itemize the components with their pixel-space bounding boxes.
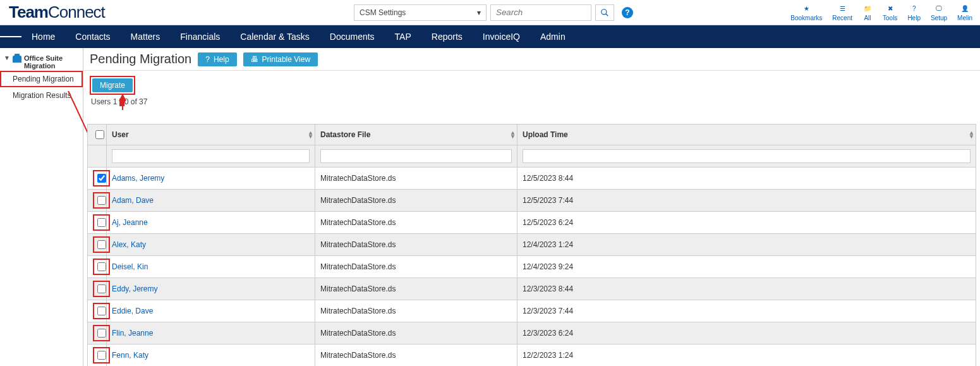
help-label: Help (907, 15, 921, 21)
row-checkbox[interactable] (97, 284, 106, 293)
page-header: Pending Migration ? Help 🖶 Printable Vie… (83, 48, 980, 71)
user-link[interactable]: Eddie, Dave (112, 307, 153, 315)
col-file-header[interactable]: Datastore File ▴▾ (315, 125, 517, 145)
col-time-label: Upload Time (523, 130, 568, 139)
nav-admin[interactable]: Admin (530, 25, 576, 48)
col-user-header[interactable]: User ▴▾ (107, 125, 315, 145)
nav-documents[interactable]: Documents (320, 25, 385, 48)
row-time-cell: 12/4/2023 9:24 (517, 256, 976, 278)
sidebar-item-migration-results[interactable]: Migration Results (0, 87, 83, 104)
nav-matters[interactable]: Matters (121, 25, 171, 48)
row-checkbox[interactable] (97, 307, 106, 315)
bookmarks-label: Bookmarks (790, 15, 822, 21)
row-checkbox[interactable] (97, 174, 106, 183)
select-all-checkbox[interactable] (95, 130, 104, 139)
recent-label: Recent (832, 15, 852, 21)
filter-file-cell (315, 145, 517, 168)
user-icon: 👤 (960, 3, 970, 13)
filter-time-cell (517, 145, 976, 168)
nav-contacts[interactable]: Contacts (65, 25, 120, 48)
main-nav: Home Contacts Matters Financials Calenda… (0, 25, 980, 48)
search-icon (600, 8, 609, 17)
row-checkbox[interactable] (97, 262, 106, 271)
user-link[interactable]: Fenn, Katy (112, 351, 148, 360)
row-checkbox[interactable] (97, 196, 106, 205)
row-checkbox[interactable] (97, 351, 106, 360)
user-link[interactable]: Adam, Dave (112, 196, 154, 205)
row-time-cell: 12/5/2023 6:24 (517, 212, 976, 234)
csm-settings-dropdown[interactable]: CSM Settings ▾ (354, 4, 487, 21)
row-time-cell: 12/5/2023 8:44 (517, 168, 976, 190)
table-wrap: User ▴▾ Datastore File ▴▾ Upload Time ▴▾ (83, 124, 980, 366)
row-file-cell: MitratechDataStore.ds (315, 212, 517, 234)
nav-reports[interactable]: Reports (421, 25, 473, 48)
recent-link[interactable]: ☰ Recent (832, 3, 852, 21)
monitor-icon: 🖵 (934, 3, 944, 13)
user-link[interactable]: Flin, Jeanne (112, 329, 153, 338)
row-check-cell (88, 234, 107, 256)
sidebar-item-pending-migration[interactable]: Pending Migration (0, 71, 83, 87)
row-checkbox[interactable] (97, 329, 106, 338)
search-input[interactable] (490, 4, 591, 21)
printable-view-button[interactable]: 🖶 Printable View (243, 52, 318, 66)
col-time-header[interactable]: Upload Time ▴▾ (517, 125, 976, 145)
nav-calendar[interactable]: Calendar & Tasks (230, 25, 319, 48)
sort-icon[interactable]: ▴▾ (309, 131, 312, 138)
sidebar-header[interactable]: ▼ Office Suite Migration (0, 53, 83, 71)
row-user-cell: Aj, Jeanne (107, 212, 315, 234)
user-link[interactable]: Aj, Jeanne (112, 218, 148, 227)
setup-link[interactable]: 🖵 Setup (931, 3, 947, 21)
row-time-cell: 12/3/2023 6:24 (517, 322, 976, 345)
layout: ▼ Office Suite Migration Pending Migrati… (0, 48, 980, 366)
checkbox-highlight (93, 192, 110, 209)
row-file-cell: MitratechDataStore.ds (315, 168, 517, 190)
nav-financials[interactable]: Financials (170, 25, 230, 48)
user-link[interactable]: Alex, Katy (112, 240, 146, 249)
tools-label: Tools (883, 15, 897, 21)
tools-link[interactable]: ✖ Tools (883, 3, 897, 21)
sort-icon[interactable]: ▴▾ (511, 131, 514, 138)
row-user-cell: Adam, Dave (107, 190, 315, 212)
csm-settings-label: CSM Settings (360, 8, 406, 17)
tools-icon: ✖ (885, 3, 895, 13)
migrate-highlight: Migrate (90, 76, 135, 95)
filter-user-input[interactable] (112, 149, 310, 163)
users-count-suffix: of 37 (128, 97, 147, 106)
row-check-cell (88, 256, 107, 278)
user-link[interactable]: Adams, Jeremy (112, 174, 164, 183)
row-checkbox[interactable] (97, 240, 106, 249)
help-button[interactable]: ? Help (198, 52, 236, 66)
nav-invoiceiq[interactable]: InvoiceIQ (473, 25, 530, 48)
bookmarks-link[interactable]: ★ Bookmarks (790, 3, 822, 21)
search-button[interactable] (595, 4, 614, 21)
help-link[interactable]: ? Help (907, 3, 921, 21)
checkbox-highlight (93, 303, 110, 319)
migrate-button[interactable]: Migrate (92, 78, 133, 92)
sort-icon[interactable]: ▴▾ (970, 131, 973, 138)
row-file-cell: MitratechDataStore.ds (315, 322, 517, 345)
table-row: Eddy, JeremyMitratechDataStore.ds12/3/20… (88, 278, 976, 300)
top-right-links: ★ Bookmarks ☰ Recent 📁 All ✖ Tools ? Hel… (790, 3, 975, 21)
row-user-cell: Adams, Jeremy (107, 168, 315, 190)
nav-tap[interactable]: TAP (385, 25, 421, 48)
star-icon: ★ (801, 3, 811, 13)
row-check-cell (88, 300, 107, 322)
setup-label: Setup (931, 15, 947, 21)
row-user-cell: Eddy, Jeremy (107, 278, 315, 300)
filter-time-input[interactable] (523, 149, 971, 163)
row-checkbox[interactable] (97, 218, 106, 227)
user-menu[interactable]: 👤 Melin (957, 3, 972, 21)
row-user-cell: Deisel, Kin (107, 256, 315, 278)
filter-user-cell (107, 145, 315, 168)
svg-point-0 (602, 9, 607, 14)
filter-file-input[interactable] (320, 149, 512, 163)
row-time-cell: 12/3/2023 7:44 (517, 300, 976, 322)
all-link[interactable]: 📁 All (862, 3, 873, 21)
context-help-button[interactable]: ? (622, 7, 633, 18)
user-link[interactable]: Deisel, Kin (112, 262, 148, 271)
user-link[interactable]: Eddy, Jeremy (112, 284, 157, 293)
checkbox-highlight (93, 236, 110, 253)
user-label: Melin (957, 15, 972, 21)
nav-home[interactable]: Home (21, 25, 65, 48)
hamburger-menu[interactable] (0, 25, 21, 48)
